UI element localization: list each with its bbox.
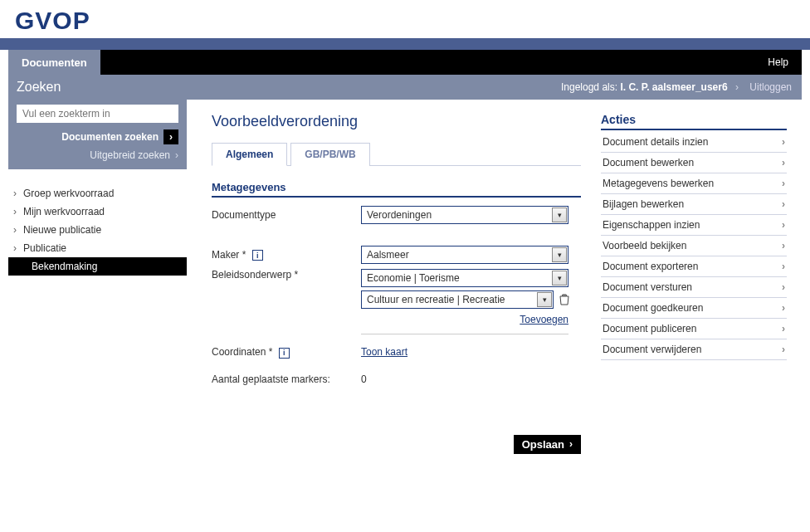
action-label: Eigenschappen inzien (603, 219, 700, 231)
save-label: Opslaan (522, 438, 564, 451)
blue-band (0, 38, 810, 50)
row-markers: Aantal geplaatste markers: 0 (212, 373, 581, 385)
label-markers: Aantal geplaatste markers: (212, 373, 361, 385)
label-maker: Maker * i (212, 249, 361, 261)
action-goedkeuren[interactable]: Document goedkeuren› (601, 298, 787, 319)
advanced-search-link[interactable]: Uitgebreid zoeken › (17, 149, 178, 161)
main: Voorbeeldverordening Algemeen GB/PB/WB M… (187, 100, 802, 479)
page-title: Voorbeeldverordening (212, 113, 581, 130)
logout-link[interactable]: Uitloggen (749, 81, 792, 93)
zoeken-title: Zoeken (8, 80, 187, 95)
sidebar-item-publicatie[interactable]: Publicatie (8, 239, 187, 257)
action-label: Bijlagen bewerken (603, 198, 684, 210)
search-button[interactable]: Documenten zoeken › (17, 129, 178, 144)
search-panel: Documenten zoeken › Uitgebreid zoeken › (8, 100, 187, 169)
select-value: Verordeningen (362, 209, 551, 221)
search-input[interactable] (17, 105, 178, 123)
sidebar-item-mijn[interactable]: Mijn werkvoorraad (8, 203, 187, 221)
action-voorbeeld[interactable]: Voorbeeld bekijken› (601, 236, 787, 256)
select-beleidsonderwerp-1[interactable]: Economie | Toerisme ▾ (361, 269, 568, 287)
sidebar-item-label: Bekendmaking (32, 261, 97, 272)
action-metagegevens[interactable]: Metagegevens bewerken› (601, 173, 787, 194)
sidebar-item-label: Groep werkvoorraad (23, 188, 114, 199)
logged-in-user: I. C. P. aalsmeer_user6 (620, 81, 727, 93)
select-beleidsonderwerp-2[interactable]: Cultuur en recreatie | Recreatie ▾ (361, 290, 554, 309)
select-maker[interactable]: Aalsmeer ▾ (361, 246, 568, 264)
login-status: Ingelogd als: I. C. P. aalsmeer_user6 › … (187, 81, 802, 93)
label-coordinaten: Coordinaten * i (212, 346, 361, 359)
info-icon[interactable]: i (252, 250, 263, 261)
arrow-right-icon: › (569, 438, 573, 450)
tab-bar: Documenten Help (8, 50, 802, 75)
tab-label: Algemeen (226, 149, 273, 160)
main-content: Voorbeeldverordening Algemeen GB/PB/WB M… (212, 113, 601, 454)
sidebar-item-bekendmaking[interactable]: Bekendmaking (8, 257, 187, 276)
trash-icon[interactable] (559, 294, 570, 305)
action-label: Document publiceren (603, 323, 696, 334)
chevron-right-icon: › (782, 261, 785, 272)
action-label: Metagegevens bewerken (603, 178, 714, 189)
tab-algemeen[interactable]: Algemeen (212, 143, 287, 166)
sidebar-item-label: Publicatie (23, 242, 66, 254)
chevron-right-icon: › (782, 157, 785, 168)
help-label: Help (768, 56, 788, 68)
tabstrip: Algemeen GB/PB/WB (212, 142, 581, 166)
chevron-right-icon: › (782, 323, 785, 334)
row-coordinaten: Coordinaten * i Toon kaart (212, 346, 581, 359)
chevron-right-icon: › (782, 240, 785, 251)
divider (361, 334, 568, 334)
action-bijlagen[interactable]: Bijlagen bewerken› (601, 194, 787, 215)
action-versturen[interactable]: Document versturen› (601, 277, 787, 298)
sidebar-item-groep[interactable]: Groep werkvoorraad (8, 184, 187, 203)
row-beleidsonderwerp: Beleidsonderwerp * Economie | Toerisme ▾… (212, 269, 581, 325)
select-documenttype[interactable]: Verordeningen ▾ (361, 206, 568, 224)
row-maker: Maker * i Aalsmeer ▾ (212, 246, 581, 264)
chevron-right-icon: › (735, 81, 739, 93)
toevoegen-link[interactable]: Toevoegen (520, 314, 568, 325)
label-text: Coordinaten * (212, 346, 272, 358)
chevron-right-icon: › (782, 344, 785, 355)
save-button[interactable]: Opslaan › (514, 435, 581, 454)
chevron-down-icon: ▾ (537, 292, 552, 307)
section-metagegevens: Metagegevens (212, 181, 581, 198)
label-documenttype: Documenttype (212, 209, 361, 221)
markers-value: 0 (361, 373, 367, 385)
help-link[interactable]: Help (754, 50, 802, 75)
action-details[interactable]: Document details inzien› (601, 132, 787, 153)
sidebar-item-label: Nieuwe publicatie (23, 224, 101, 236)
tab-gbpbwb[interactable]: GB/PB/WB (290, 143, 369, 166)
sidebar-nav: Groep werkvoorraad Mijn werkvoorraad Nie… (8, 169, 187, 276)
action-label: Document verwijderen (603, 344, 701, 355)
search-button-label: Documenten zoeken (61, 131, 159, 143)
chevron-down-icon: ▾ (552, 271, 567, 286)
logo: GVOP (15, 7, 90, 34)
save-row: Opslaan › (212, 435, 581, 454)
tab-documenten[interactable]: Documenten (8, 50, 100, 75)
action-label: Voorbeeld bekijken (603, 240, 686, 251)
chevron-right-icon: › (782, 198, 785, 210)
action-exporteren[interactable]: Document exporteren› (601, 256, 787, 277)
action-eigenschappen[interactable]: Eigenschappen inzien› (601, 215, 787, 236)
action-label: Document versturen (603, 281, 692, 293)
chevron-right-icon: › (782, 302, 785, 314)
arrow-right-icon: › (163, 129, 178, 144)
info-icon[interactable]: i (279, 348, 290, 359)
chevron-right-icon: › (175, 149, 178, 161)
chevron-right-icon: › (782, 136, 785, 148)
logo-bar: GVOP (0, 0, 810, 38)
sidebar-item-nieuwe[interactable]: Nieuwe publicatie (8, 221, 187, 239)
select-value: Cultuur en recreatie | Recreatie (362, 294, 536, 305)
tab-spacer (100, 50, 755, 75)
tab-label: GB/PB/WB (305, 149, 355, 160)
action-bewerken[interactable]: Document bewerken› (601, 153, 787, 173)
subheader: Zoeken Ingelogd als: I. C. P. aalsmeer_u… (8, 75, 802, 100)
label-beleidsonderwerp: Beleidsonderwerp * (212, 269, 361, 281)
advanced-search-label: Uitgebreid zoeken (90, 149, 170, 161)
select-value: Economie | Toerisme (362, 272, 551, 284)
toon-kaart-link[interactable]: Toon kaart (361, 346, 407, 358)
action-verwijderen[interactable]: Document verwijderen› (601, 339, 787, 360)
action-label: Document details inzien (603, 136, 708, 148)
action-label: Document goedkeuren (603, 302, 703, 314)
action-publiceren[interactable]: Document publiceren› (601, 319, 787, 339)
actions-panel: Acties Document details inzien› Document… (601, 113, 787, 454)
